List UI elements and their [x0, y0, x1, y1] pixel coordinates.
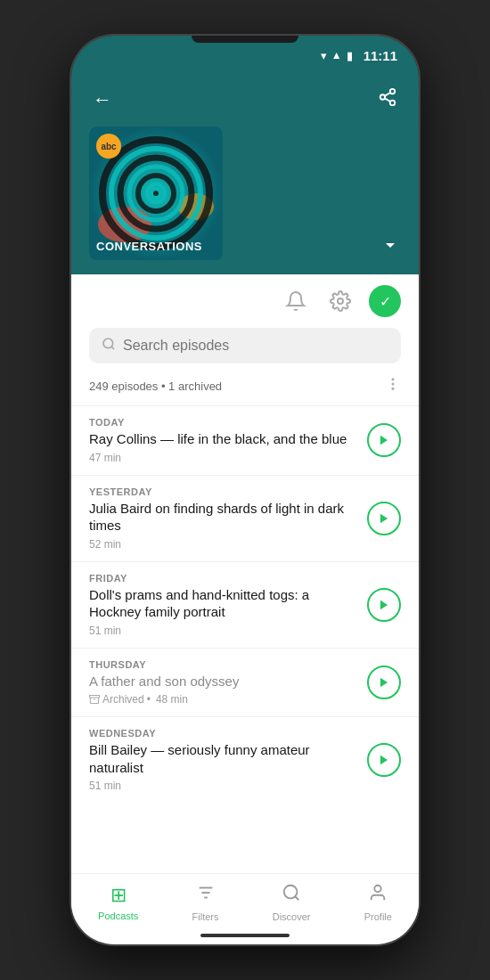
svg-marker-22 — [380, 436, 388, 445]
episode-meta: 47 min — [89, 452, 356, 464]
episode-item: TODAY Ray Collins — life in the black, a… — [71, 405, 419, 475]
play-button[interactable] — [367, 502, 401, 535]
nav-discover[interactable]: Discover — [273, 883, 311, 922]
profile-icon — [368, 883, 388, 908]
episode-meta: 52 min — [89, 538, 356, 551]
nav-profile[interactable]: Profile — [364, 883, 392, 922]
episode-duration: 51 min — [89, 625, 121, 637]
subscribed-button[interactable]: ✓ — [369, 285, 401, 317]
nav-podcasts[interactable]: ⊞ Podcasts — [98, 884, 138, 921]
signal-icon: ▲ — [331, 49, 342, 61]
episode-title: Ray Collins — life in the black, and the… — [89, 430, 356, 448]
svg-point-16 — [338, 298, 343, 304]
podcast-info: abc — [89, 127, 401, 260]
filters-label: Filters — [192, 911, 219, 922]
check-icon: ✓ — [380, 293, 391, 310]
notch — [192, 36, 298, 43]
episodes-list: TODAY Ray Collins — life in the black, a… — [71, 405, 419, 921]
search-bar[interactable] — [89, 328, 401, 363]
share-button[interactable] — [374, 84, 401, 116]
header-nav: ← — [89, 84, 401, 116]
svg-marker-28 — [380, 755, 388, 765]
episode-item: WEDNESDAY Bill Bailey — seriously funny … — [71, 716, 419, 803]
podcast-artwork: abc — [89, 127, 223, 260]
settings-button[interactable] — [324, 285, 356, 317]
status-icons: ▾ ▲ ▮ — [321, 49, 353, 62]
episode-day: FRIDAY — [89, 573, 356, 584]
play-button[interactable] — [367, 588, 401, 622]
more-options-button[interactable] — [385, 376, 401, 396]
play-button[interactable] — [367, 743, 401, 777]
svg-rect-25 — [90, 696, 100, 698]
episode-title: Doll's prams and hand-knitted togs: a Ho… — [89, 586, 356, 621]
podcasts-icon: ⊞ — [110, 884, 127, 907]
episode-item: THURSDAY A father and son odyssey Archiv… — [71, 648, 419, 717]
episode-duration: 48 min — [156, 693, 188, 706]
svg-point-19 — [392, 378, 395, 380]
discover-label: Discover — [273, 911, 311, 922]
archived-badge: Archived • — [89, 693, 151, 706]
episode-title: A father and son odyssey — [89, 673, 356, 690]
episode-title: Bill Bailey — seriously funny amateur na… — [89, 741, 356, 776]
svg-marker-23 — [380, 513, 388, 523]
episodes-count-row: 249 episodes • 1 archived — [71, 372, 419, 405]
episode-day: WEDNESDAY — [89, 728, 356, 739]
episode-day: TODAY — [89, 417, 356, 428]
episode-day: THURSDAY — [89, 659, 356, 670]
svg-line-4 — [385, 93, 390, 96]
svg-line-18 — [111, 347, 114, 349]
status-time: 11:11 — [363, 48, 397, 63]
play-button[interactable] — [367, 666, 401, 699]
battery-icon: ▮ — [347, 49, 353, 62]
episode-duration: 51 min — [89, 780, 121, 792]
episode-item: FRIDAY Doll's prams and hand-knitted tog… — [71, 561, 419, 648]
back-button[interactable]: ← — [89, 85, 116, 115]
episode-item: YESTERDAY Julia Baird on finding shards … — [71, 475, 419, 561]
search-input[interactable] — [123, 338, 388, 354]
search-icon — [102, 337, 116, 355]
svg-point-21 — [392, 388, 395, 390]
profile-label: Profile — [364, 911, 392, 922]
svg-line-33 — [295, 896, 298, 900]
episode-duration: 52 min — [89, 538, 121, 551]
svg-marker-24 — [380, 600, 388, 609]
archived-separator: • — [147, 693, 151, 706]
episode-meta: 51 min — [89, 780, 356, 792]
svg-marker-27 — [380, 678, 388, 688]
play-button[interactable] — [367, 423, 401, 457]
main-content: ✓ 249 episodes • 1 archived TODA — [71, 274, 419, 921]
filters-icon — [196, 883, 216, 908]
episode-content: WEDNESDAY Bill Bailey — seriously funny … — [89, 728, 356, 792]
episodes-count: 249 episodes • 1 archived — [89, 380, 222, 393]
episode-meta: Archived • 48 min — [89, 693, 356, 706]
home-indicator — [200, 934, 290, 937]
notifications-button[interactable] — [280, 285, 312, 317]
episode-meta: 51 min — [89, 625, 356, 637]
episode-day: YESTERDAY — [89, 486, 356, 497]
svg-point-14 — [153, 191, 159, 196]
phone-frame: ▾ ▲ ▮ 11:11 ← abc — [71, 36, 419, 944]
svg-point-20 — [392, 383, 395, 386]
episode-title: Julia Baird on finding shards of light i… — [89, 500, 356, 535]
svg-point-34 — [375, 885, 381, 891]
episode-content: TODAY Ray Collins — life in the black, a… — [89, 417, 356, 464]
discover-icon — [282, 883, 301, 908]
podcasts-label: Podcasts — [98, 911, 138, 921]
episode-content: YESTERDAY Julia Baird on finding shards … — [89, 486, 356, 551]
podcast-header: ← abc — [71, 75, 419, 274]
svg-line-3 — [385, 98, 390, 102]
actions-row: ✓ — [71, 274, 419, 328]
svg-point-17 — [103, 339, 113, 348]
episode-duration: 47 min — [89, 452, 121, 464]
svg-point-32 — [284, 885, 298, 898]
episode-content: FRIDAY Doll's prams and hand-knitted tog… — [89, 573, 356, 637]
episode-content: THURSDAY A father and son odyssey Archiv… — [89, 659, 356, 706]
podcast-title: Conversations — [89, 233, 223, 260]
collapse-button[interactable] — [380, 234, 401, 260]
wifi-icon: ▾ — [321, 49, 327, 62]
archived-label: Archived — [102, 693, 144, 706]
nav-filters[interactable]: Filters — [192, 883, 219, 922]
